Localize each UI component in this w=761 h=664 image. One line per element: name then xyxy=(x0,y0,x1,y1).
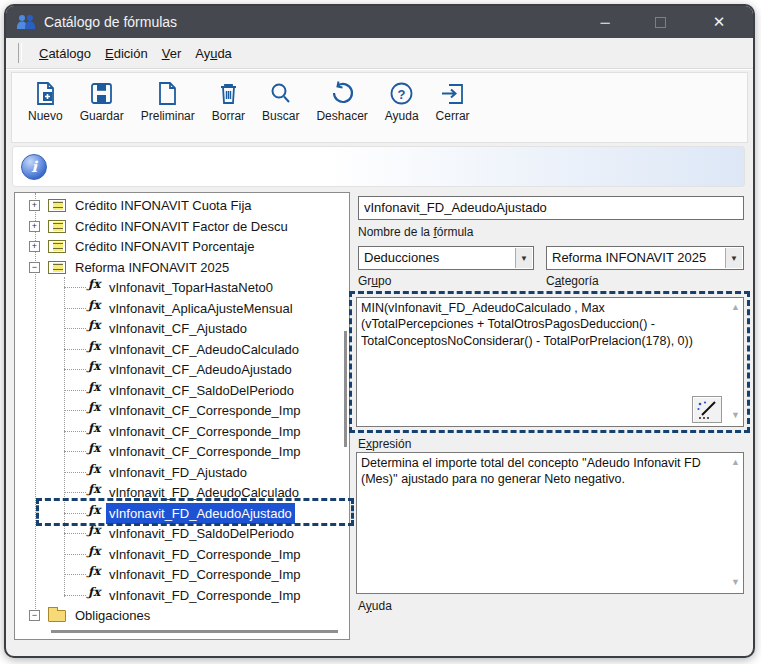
maximize-button[interactable] xyxy=(646,6,674,38)
tree-item[interactable]: +Crédito INFONAVIT Cuota Fija xyxy=(15,195,349,216)
expand-toggle-icon[interactable]: − xyxy=(29,610,40,621)
preview-document-icon xyxy=(154,80,181,107)
toolbar-button-label: Preliminar xyxy=(141,109,195,123)
tree-item-label: vInfonavit_CF_Corresponde_Imp xyxy=(106,421,304,442)
tree-item[interactable]: ƒxvInfonavit_FD_Corresponde_Imp xyxy=(15,585,349,606)
tree-item[interactable]: ƒxvInfonavit_ToparHastaNeto0 xyxy=(15,277,349,298)
menu-edicion[interactable]: Edición xyxy=(98,43,155,64)
expand-toggle-icon[interactable]: − xyxy=(29,262,40,273)
undo-button[interactable]: Deshacer xyxy=(310,78,373,125)
info-icon: i xyxy=(21,154,47,180)
menubar-gripper xyxy=(18,43,22,63)
help-textarea[interactable]: Determina el importe total del concepto … xyxy=(356,452,744,594)
app-icon xyxy=(16,13,36,31)
function-icon: ƒx xyxy=(88,359,100,373)
scroll-up-icon[interactable]: ▲ xyxy=(731,302,740,314)
tree-item[interactable]: ƒxvInfonavit_FD_Corresponde_Imp xyxy=(15,544,349,565)
tree-item[interactable]: ƒxvInfonavit_FD_Ajustado xyxy=(15,462,349,483)
tree-item-label: vInfonavit_CF_Corresponde_Imp xyxy=(106,400,304,421)
tree-item[interactable]: +Crédito INFONAVIT Factor de Descu xyxy=(15,216,349,237)
expression-textarea[interactable]: MIN(vInfonavit_FD_AdeudoCalculado , Max … xyxy=(356,297,744,427)
formula-tree[interactable]: +Crédito INFONAVIT Cuota Fija+Crédito IN… xyxy=(14,192,350,640)
menu-ver[interactable]: Ver xyxy=(155,43,189,64)
close-button[interactable]: ✕ xyxy=(704,6,734,38)
help-button[interactable]: ? Ayuda xyxy=(379,78,425,125)
function-icon: ƒx xyxy=(88,421,100,435)
toolbar-button-label: Buscar xyxy=(262,109,299,123)
tree-item[interactable]: ƒxvInfonavit_AplicaAjusteMensual xyxy=(15,298,349,319)
save-button[interactable]: Guardar xyxy=(74,78,130,125)
tree-connector xyxy=(64,431,86,432)
tree-item-label: vInfonavit_CF_AdeudoAjustado xyxy=(106,359,295,380)
function-icon: ƒx xyxy=(88,298,100,312)
tree-connector xyxy=(64,451,86,452)
formula-name-input[interactable]: vInfonavit_FD_AdeudoAjustado xyxy=(358,196,744,220)
tree-connector xyxy=(64,533,86,534)
exit-button[interactable]: Cerrar xyxy=(430,78,476,125)
tree-item[interactable]: ƒxvInfonavit_CF_AdeudoCalculado xyxy=(15,339,349,360)
tree-item-label: Crédito INFONAVIT Cuota Fija xyxy=(72,195,255,216)
search-icon xyxy=(267,80,294,107)
new-document-icon xyxy=(32,80,59,107)
menu-catalogo[interactable]: Catálogo xyxy=(32,43,98,64)
tree-item-label: vInfonavit_AplicaAjusteMensual xyxy=(106,298,296,319)
expand-toggle-icon[interactable]: + xyxy=(29,200,40,211)
scroll-up-icon[interactable]: ▲ xyxy=(731,457,740,469)
tree-horizontal-scrollbar[interactable] xyxy=(51,630,338,633)
tree-connector xyxy=(64,390,86,391)
expand-toggle-icon[interactable]: + xyxy=(29,221,40,232)
tree-connector xyxy=(64,472,86,473)
tree-item[interactable]: ƒxvInfonavit_FD_Corresponde_Imp xyxy=(15,564,349,585)
toolbar-button-label: Cerrar xyxy=(436,109,470,123)
tree-item[interactable]: ƒxvInfonavit_CF_SaldoDelPeriodo xyxy=(15,380,349,401)
delete-button[interactable]: Borrar xyxy=(206,78,251,125)
formula-name-label: Nombre de la fórmula xyxy=(358,225,473,239)
minimize-button[interactable]: ─ xyxy=(591,6,619,38)
tree-item[interactable]: −Reforma INFONAVIT 2025 xyxy=(15,257,349,278)
function-icon: ƒx xyxy=(88,564,100,578)
function-icon: ƒx xyxy=(88,400,100,414)
expand-toggle-icon[interactable]: + xyxy=(29,241,40,252)
category-dropdown[interactable]: Reforma INFONAVIT 2025 ▼ xyxy=(546,246,744,270)
tree-item[interactable]: ƒxvInfonavit_CF_Corresponde_Imp xyxy=(15,421,349,442)
save-icon xyxy=(88,80,115,107)
scroll-down-icon[interactable]: ▼ xyxy=(731,577,740,589)
list-icon xyxy=(48,220,66,233)
tree-item[interactable]: ƒxvInfonavit_FD_AdeudoCalculado xyxy=(15,482,349,503)
chevron-down-icon[interactable]: ▼ xyxy=(515,248,532,268)
tree-item[interactable]: ƒxvInfonavit_CF_Corresponde_Imp xyxy=(15,441,349,462)
tree-item-label: vInfonavit_FD_SaldoDelPeriodo xyxy=(106,523,297,544)
toolbar-button-label: Guardar xyxy=(80,109,124,123)
expression-label: Expresión xyxy=(358,437,411,451)
tree-item-label: vInfonavit_FD_AdeudoCalculado xyxy=(106,482,302,503)
search-button[interactable]: Buscar xyxy=(256,78,305,125)
trash-icon xyxy=(215,80,242,107)
tree-item-label: Crédito INFONAVIT Porcentaje xyxy=(72,236,257,257)
folder-icon xyxy=(48,610,66,622)
tree-item[interactable]: ƒxvInfonavit_CF_Corresponde_Imp xyxy=(15,400,349,421)
tree-item[interactable]: +Crédito INFONAVIT Porcentaje xyxy=(15,236,349,257)
new-button[interactable]: Nuevo xyxy=(22,78,69,125)
preview-button[interactable]: Preliminar xyxy=(135,78,201,125)
tree-item[interactable]: ƒxvInfonavit_CF_AdeudoAjustado xyxy=(15,359,349,380)
tree-item[interactable]: ƒxvInfonavit_FD_SaldoDelPeriodo xyxy=(15,523,349,544)
function-icon: ƒx xyxy=(88,462,100,476)
function-icon: ƒx xyxy=(88,544,100,558)
group-dropdown[interactable]: Deducciones ▼ xyxy=(358,246,534,270)
scroll-down-icon[interactable]: ▼ xyxy=(731,410,740,422)
magic-wand-icon xyxy=(696,400,718,420)
formula-wizard-button[interactable] xyxy=(692,396,722,423)
tree-item-label: vInfonavit_ToparHastaNeto0 xyxy=(106,277,276,298)
menu-ayuda[interactable]: Ayuda xyxy=(188,43,239,64)
expression-text: MIN(vInfonavit_FD_AdeudoCalculado , Max … xyxy=(361,300,723,424)
tree-item[interactable]: −Obligaciones xyxy=(15,605,349,626)
toolbar-button-label: Nuevo xyxy=(28,109,63,123)
tree-item[interactable]: ƒxvInfonavit_FD_AdeudoAjustado xyxy=(15,503,349,524)
tree-item-label: vInfonavit_CF_Ajustado xyxy=(106,318,250,339)
tree-connector xyxy=(64,595,86,596)
chevron-down-icon[interactable]: ▼ xyxy=(725,248,742,268)
help-icon: ? xyxy=(388,80,415,107)
tree-connector xyxy=(64,492,86,493)
tree-item[interactable]: ƒxvInfonavit_CF_Ajustado xyxy=(15,318,349,339)
toolbar: Nuevo Guardar Preliminar xyxy=(11,72,748,143)
